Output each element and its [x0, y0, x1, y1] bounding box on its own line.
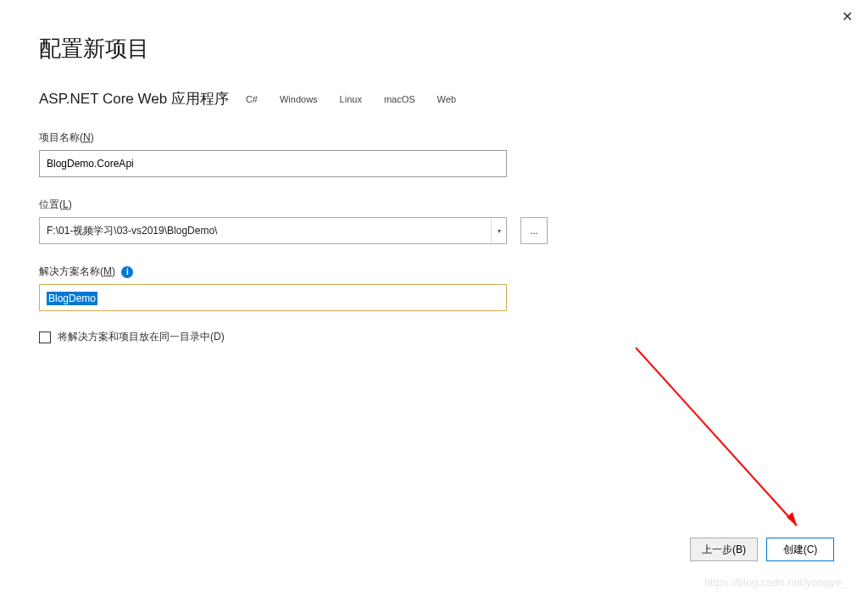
page-title: 配置新项目	[39, 34, 829, 64]
back-button[interactable]: 上一步(B)	[690, 538, 758, 561]
info-icon[interactable]: i	[121, 266, 133, 278]
subtitle-row: ASP.NET Core Web 应用程序 C# Windows Linux m…	[39, 89, 829, 109]
tag-macos: macOS	[379, 92, 420, 106]
chevron-down-icon[interactable]: ▾	[491, 218, 506, 243]
solution-name-field: 解决方案名称(M) i BlogDemo	[39, 263, 829, 311]
same-directory-label: 将解决方案和项目放在同一目录中(D)	[58, 330, 225, 344]
solution-name-input[interactable]: BlogDemo	[39, 284, 507, 311]
location-label: 位置(L)	[39, 198, 72, 212]
project-name-label: 项目名称(N)	[39, 131, 94, 145]
same-directory-row: 将解决方案和项目放在同一目录中(D)	[39, 330, 829, 344]
tag-web: Web	[432, 92, 461, 106]
dialog-footer: 上一步(B) 创建(C)	[690, 538, 834, 561]
svg-line-0	[636, 348, 797, 526]
create-button[interactable]: 创建(C)	[766, 538, 834, 561]
tag-linux: Linux	[335, 92, 367, 106]
close-icon[interactable]: ✕	[842, 8, 853, 25]
annotation-arrow-icon	[627, 339, 831, 551]
dialog-content: 配置新项目 ASP.NET Core Web 应用程序 C# Windows L…	[0, 0, 868, 344]
tag-csharp: C#	[241, 92, 263, 106]
location-field: 位置(L) F:\01-视频学习\03-vs2019\BlogDemo\ ▾ .…	[39, 196, 829, 244]
tag-windows: Windows	[275, 92, 323, 106]
solution-name-value: BlogDemo	[47, 292, 97, 305]
svg-marker-1	[787, 512, 797, 526]
location-value: F:\01-视频学习\03-vs2019\BlogDemo\	[40, 224, 491, 238]
project-name-input[interactable]	[39, 150, 507, 177]
same-directory-checkbox[interactable]	[39, 332, 51, 343]
watermark: https://blog.csdn.net/yongye_	[704, 576, 848, 588]
project-name-field: 项目名称(N)	[39, 129, 829, 177]
location-input[interactable]: F:\01-视频学习\03-vs2019\BlogDemo\ ▾	[39, 217, 507, 244]
template-name: ASP.NET Core Web 应用程序	[39, 89, 229, 109]
browse-button[interactable]: ...	[520, 217, 548, 244]
solution-name-label: 解决方案名称(M) i	[39, 265, 133, 279]
